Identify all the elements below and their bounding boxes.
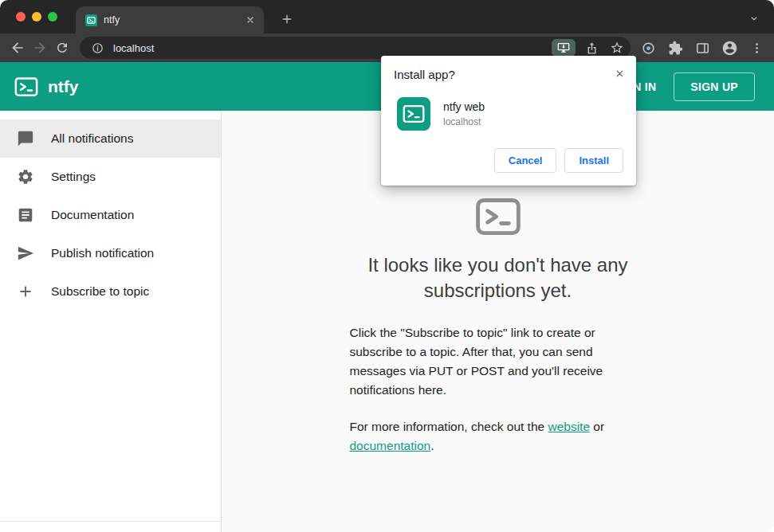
extensions-puzzle-icon[interactable]	[664, 37, 686, 59]
install-app-name: ntfy web	[443, 100, 485, 113]
sidebar-item-label: Settings	[51, 170, 96, 184]
forward-icon[interactable]	[29, 37, 51, 59]
or-text: or	[593, 420, 604, 433]
sidebar-item-settings[interactable]: Settings	[0, 158, 221, 196]
tab-search-chevron-icon[interactable]	[745, 10, 763, 27]
cancel-button[interactable]: Cancel	[494, 148, 557, 173]
article-icon	[17, 206, 34, 224]
empty-state-paragraph: Click the "Subscribe to topic" link to c…	[350, 323, 646, 400]
sidebar-item-subscribe-to-topic[interactable]: Subscribe to topic	[0, 272, 221, 311]
kebab-menu-icon[interactable]	[745, 37, 768, 59]
tab-close-icon[interactable]	[243, 13, 257, 27]
browser-tab[interactable]: ntfy	[76, 6, 264, 33]
sidebar-divider	[0, 521, 221, 522]
zoom-window-button[interactable]	[48, 12, 57, 22]
plus-icon	[17, 283, 34, 300]
website-link[interactable]: website	[548, 420, 590, 433]
window-controls	[16, 12, 57, 22]
empty-state-more-info: For more information, check out the webs…	[350, 417, 646, 456]
side-panel-icon[interactable]	[691, 37, 713, 59]
ntfy-logo-icon	[14, 75, 38, 99]
bookmark-star-icon[interactable]	[607, 38, 627, 57]
send-icon	[17, 244, 34, 262]
sidebar-item-label: Documentation	[51, 208, 134, 222]
tab-title: ntfy	[104, 14, 237, 25]
sidebar-item-label: Publish notification	[51, 246, 154, 260]
ntfy-favicon	[85, 14, 97, 26]
close-icon[interactable]	[611, 65, 628, 82]
install-app-dialog: Install app? ntfy web localhost Cancel I…	[381, 56, 636, 186]
reload-icon[interactable]	[51, 37, 73, 59]
app-title: ntfy	[48, 77, 79, 96]
minimize-window-button[interactable]	[32, 12, 41, 22]
ntfy-app-icon	[397, 97, 430, 131]
sidebar-item-all-notifications[interactable]: All notifications	[0, 119, 221, 158]
install-dialog-title: Install app?	[394, 68, 623, 81]
period-text: .	[430, 439, 434, 452]
install-button[interactable]: Install	[564, 148, 623, 173]
sidebar-item-label: Subscribe to topic	[51, 284, 149, 299]
install-app-icon[interactable]	[552, 39, 576, 57]
sidebar-item-publish-notification[interactable]: Publish notification	[0, 234, 221, 272]
site-info-icon[interactable]	[88, 38, 107, 57]
install-dialog-buttons: Cancel Install	[394, 148, 623, 173]
share-icon[interactable]	[582, 38, 601, 57]
browser-tab-strip: ntfy	[0, 0, 774, 33]
more-info-text: For more information, check out the	[350, 420, 545, 433]
gear-icon	[17, 168, 34, 186]
install-dialog-app-row: ntfy web localhost	[394, 97, 623, 131]
install-app-origin: localhost	[443, 116, 485, 127]
profile-avatar-icon[interactable]	[718, 37, 741, 59]
new-tab-button[interactable]	[277, 10, 297, 29]
chat-icon	[17, 130, 34, 147]
close-window-button[interactable]	[16, 12, 26, 22]
sidebar-item-documentation[interactable]: Documentation	[0, 196, 221, 234]
sign-up-button[interactable]: SIGN UP	[674, 72, 755, 101]
sidebar-item-label: All notifications	[51, 131, 133, 146]
extension-icon[interactable]	[637, 37, 659, 59]
toolbar-right-icons	[637, 37, 768, 59]
back-icon[interactable]	[6, 37, 29, 59]
sidebar: All notifications Settings Documentation…	[0, 111, 222, 532]
ntfy-terminal-icon	[475, 194, 521, 240]
url-text: localhost	[113, 42, 545, 54]
browser-window: ntfy localhost	[0, 0, 774, 532]
documentation-link[interactable]: documentation	[350, 439, 431, 452]
empty-state-heading: It looks like you don't have any subscri…	[315, 252, 682, 303]
